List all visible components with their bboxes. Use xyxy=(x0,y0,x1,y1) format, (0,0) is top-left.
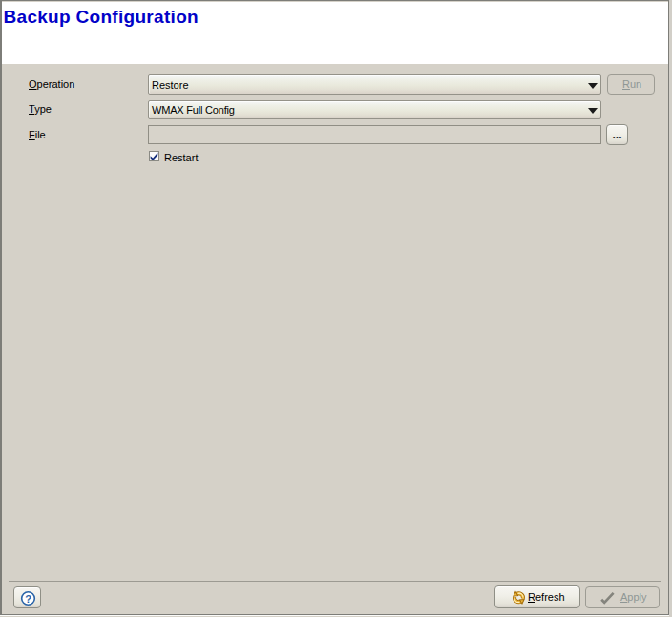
svg-text:?: ? xyxy=(25,593,32,605)
